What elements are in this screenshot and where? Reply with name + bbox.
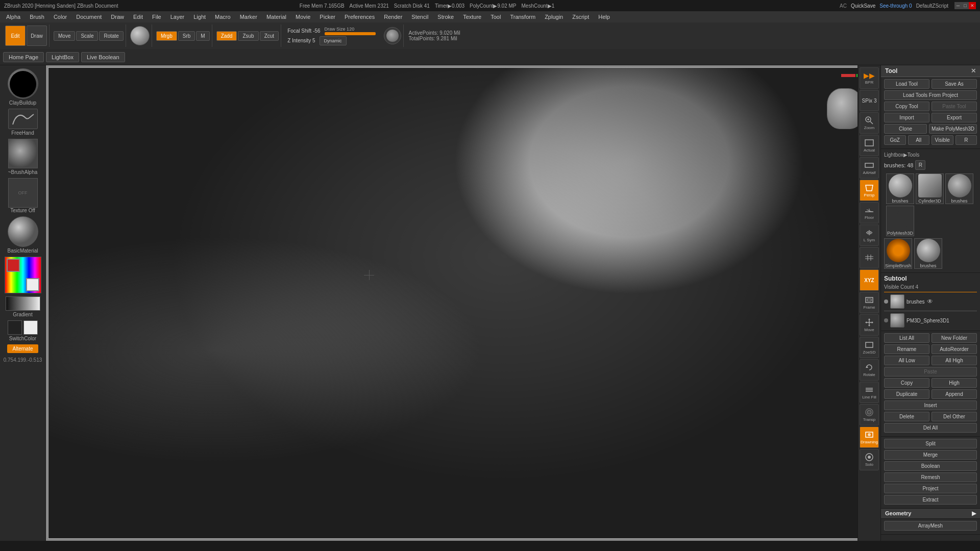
light-swatch[interactable] [23, 320, 38, 335]
grid-btn[interactable] [860, 247, 879, 268]
merge-btn[interactable]: Merge [884, 450, 977, 460]
eye-icon-brushes[interactable]: 👁 [927, 298, 933, 305]
dark-swatch[interactable] [8, 320, 22, 335]
secondary-color-swatch[interactable] [26, 278, 39, 291]
project-btn[interactable]: Project [884, 484, 977, 493]
menu-draw[interactable]: Draw [107, 13, 128, 21]
copy-main-btn[interactable]: Copy [884, 378, 929, 388]
boolean-btn[interactable]: Boolean [884, 461, 977, 471]
canvas-area[interactable] [46, 65, 880, 541]
m-btn[interactable]: M [196, 31, 209, 41]
freehand-brush-icon[interactable] [8, 109, 38, 129]
menu-movie[interactable]: Movie [291, 13, 314, 21]
circle-brush-icon[interactable] [384, 27, 401, 44]
clone-btn[interactable]: Clone [884, 124, 927, 134]
lightbox-btn[interactable]: LightBox [46, 52, 79, 62]
menu-light[interactable]: Light [189, 13, 210, 21]
menu-marker[interactable]: Marker [236, 13, 261, 21]
all-low-btn[interactable]: All Low [884, 356, 929, 365]
load-tool-btn[interactable]: Load Tool [884, 79, 929, 89]
move-icon-btn[interactable]: Move [860, 314, 879, 336]
alternate-btn[interactable]: Alternate [7, 344, 38, 353]
subtool-item-brushes[interactable]: brushes 👁 [884, 293, 977, 310]
menu-preferences[interactable]: Preferences [340, 13, 379, 21]
brush-thumb-1[interactable]: brushes [886, 173, 914, 204]
brushes-r-btn[interactable]: R [915, 160, 925, 170]
live-boolean-btn[interactable]: Live Boolean [81, 52, 125, 62]
menu-tool[interactable]: Tool [486, 13, 505, 21]
brush1-preview[interactable] [8, 68, 38, 99]
draw-btn[interactable]: Draw [27, 26, 47, 46]
paste-main-btn[interactable]: Paste [884, 367, 977, 377]
transp-btn[interactable]: Transp [860, 404, 879, 425]
viewport[interactable] [48, 68, 878, 538]
aahalf-btn[interactable]: AAHalf [860, 157, 879, 179]
frame-btn[interactable]: Frame [860, 292, 879, 313]
menu-zplugin[interactable]: Zplugin [541, 13, 567, 21]
tool-panel-close[interactable]: ✕ [971, 67, 976, 74]
zoesd-btn[interactable]: ZoeSD [860, 337, 879, 358]
primary-color-swatch[interactable] [7, 259, 20, 272]
spix-btn[interactable]: SPix 3 [860, 90, 879, 111]
zoom-btn[interactable]: Zoom [860, 112, 879, 134]
geometry-section-header[interactable]: Geometry ▶ [881, 509, 980, 519]
menu-stroke[interactable]: Stroke [433, 13, 458, 21]
dynamic-btn[interactable]: Dynamic [320, 36, 347, 45]
edit-btn[interactable]: Edit [5, 26, 26, 46]
mrgb-btn[interactable]: Mrgb [156, 31, 177, 41]
see-through-btn[interactable]: See-through 0 [879, 3, 912, 9]
menu-color[interactable]: Color [50, 13, 71, 21]
menu-picker[interactable]: Picker [315, 13, 339, 21]
menu-stencil[interactable]: Stencil [407, 13, 432, 21]
dynamo-btn[interactable]: Drawning [860, 427, 879, 448]
menu-edit[interactable]: Edit [129, 13, 147, 21]
copy-tool-btn[interactable]: Copy Tool [884, 102, 929, 111]
make-polymesh-btn[interactable]: Make PolyMesh3D [929, 124, 977, 134]
menu-brush[interactable]: Brush [26, 13, 48, 21]
subtool-item-sphere[interactable]: PM3D_Sphere3D1 [884, 312, 977, 329]
duplicate-btn[interactable]: Duplicate [884, 389, 929, 399]
linefill-btn[interactable]: Line Fill [860, 382, 879, 403]
rotate-icon-btn[interactable]: Rotate [860, 359, 879, 381]
floor-btn[interactable]: Floor [860, 202, 879, 223]
brush-thumb-2[interactable]: brushes [945, 173, 973, 204]
autoreorder-btn[interactable]: AutoReorder [932, 344, 977, 354]
del-other-btn[interactable]: Del Other [932, 412, 977, 421]
r-btn[interactable]: R [955, 135, 977, 145]
brush-thumb-polymesh[interactable]: PolyMesh3D [886, 206, 914, 236]
minimize-btn[interactable]: ─ [954, 2, 962, 9]
menu-render[interactable]: Render [380, 13, 406, 21]
brushes-row-thumb[interactable]: brushes [914, 238, 942, 269]
append-btn[interactable]: Append [932, 389, 977, 399]
high-btn[interactable]: High [932, 378, 977, 388]
texture-preview[interactable]: OFF [8, 178, 38, 208]
paste-tool-btn[interactable]: Paste Tool [932, 102, 977, 111]
scale-btn[interactable]: Scale [76, 31, 98, 41]
load-tools-project-btn[interactable]: Load Tools From Project [884, 90, 977, 100]
menu-help[interactable]: Help [594, 13, 614, 21]
brush-alpha-preview[interactable] [8, 139, 38, 168]
menu-material[interactable]: Material [262, 13, 290, 21]
bpr-btn[interactable]: ▶▶ BPR [860, 67, 879, 89]
zadd-btn[interactable]: Zadd [216, 31, 237, 41]
actual-btn[interactable]: Actual [860, 135, 879, 156]
menu-transform[interactable]: Transform [506, 13, 540, 21]
brush-sphere-icon[interactable] [130, 26, 150, 45]
solo-btn[interactable]: Solo [860, 449, 879, 470]
menu-layer[interactable]: Layer [166, 13, 189, 21]
del-all-btn[interactable]: Del All [884, 423, 977, 433]
new-folder-btn[interactable]: New Folder [932, 333, 977, 343]
menu-macro[interactable]: Macro [211, 13, 235, 21]
menu-file[interactable]: File [148, 13, 165, 21]
srgb-btn[interactable]: Srb [178, 31, 195, 41]
rename-btn[interactable]: Rename [884, 344, 929, 354]
menu-document[interactable]: Document [72, 13, 106, 21]
remesh-btn[interactable]: Remesh [884, 472, 977, 482]
extract-btn[interactable]: Extract [884, 495, 977, 505]
maximize-btn[interactable]: □ [962, 2, 969, 9]
menu-zscript[interactable]: Zscript [568, 13, 593, 21]
xyz-btn[interactable]: XYZ [860, 269, 879, 291]
move-btn[interactable]: Move [54, 31, 75, 41]
arraymesh-btn[interactable]: ArrayMesh [884, 521, 977, 531]
save-as-btn[interactable]: Save As [932, 79, 977, 89]
